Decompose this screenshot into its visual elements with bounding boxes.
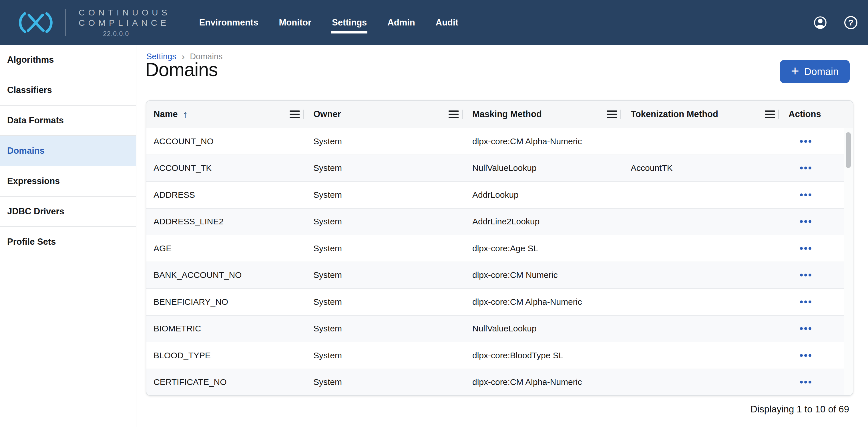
add-domain-button[interactable]: + Domain (780, 60, 850, 83)
row-actions-ellipsis-button[interactable] (797, 351, 814, 360)
nav-item-monitor[interactable]: Monitor (279, 15, 311, 31)
cell-name: CERTIFICATE_NO (146, 369, 304, 396)
cell-actions (779, 262, 844, 288)
column-label: Masking Method (472, 109, 542, 119)
cell-owner: System (304, 155, 463, 181)
cell-owner: System (304, 316, 463, 342)
main-content: Settings › Domains Domains + Domain Name… (136, 45, 868, 427)
help-icon[interactable]: ? (844, 16, 858, 29)
sidebar-item-domains[interactable]: Domains (0, 136, 136, 166)
row-actions-ellipsis-button[interactable] (797, 137, 814, 146)
app-version: 22.0.0.0 (70, 30, 162, 38)
add-domain-button-label: Domain (804, 66, 839, 77)
user-account-icon[interactable] (814, 16, 827, 29)
cell-actions (779, 342, 844, 369)
nav-item-admin[interactable]: Admin (388, 15, 415, 31)
cell-tokenization-method (621, 342, 779, 369)
column-menu-icon[interactable] (290, 111, 300, 118)
sidebar-item-data-formats[interactable]: Data Formats (0, 106, 136, 136)
column-label: Name (154, 109, 178, 119)
cell-name: BIOMETRIC (146, 316, 304, 342)
cell-name: BENEFICIARY_NO (146, 289, 304, 315)
nav-item-environments[interactable]: Environments (199, 15, 258, 31)
cell-owner: System (304, 369, 463, 396)
cell-tokenization-method (621, 209, 779, 235)
table-row: CERTIFICATE_NO System dlpx-core:CM Alpha… (146, 369, 853, 396)
row-actions-ellipsis-button[interactable] (797, 191, 814, 199)
cell-masking-method: dlpx-core:BloodType SL (463, 342, 621, 369)
table-row: ADDRESS System AddrLookup (146, 182, 853, 209)
table-row: BANK_ACCOUNT_NO System dlpx-core:CM Nume… (146, 262, 853, 289)
cell-actions (779, 289, 844, 315)
cell-actions (779, 155, 844, 181)
column-label: Tokenization Method (631, 109, 718, 119)
nav-item-settings[interactable]: Settings (332, 15, 367, 31)
column-menu-icon[interactable] (448, 111, 459, 118)
row-actions-ellipsis-button[interactable] (797, 324, 814, 333)
column-header-masking-method[interactable]: Masking Method (463, 101, 621, 127)
column-header-actions: Actions (779, 101, 844, 127)
app-logo: CONTINUOUS COMPLIANCE 22.0.0.0 (0, 0, 171, 45)
cell-masking-method: dlpx-core:CM Numeric (463, 262, 621, 288)
column-menu-icon[interactable] (765, 111, 775, 118)
cell-masking-method: dlpx-core:CM Alpha-Numeric (463, 369, 621, 396)
plus-icon: + (791, 64, 799, 78)
brand-line1: CONTINUOUS (79, 7, 171, 18)
sidebar-item-profile-sets[interactable]: Profile Sets (0, 227, 136, 257)
cell-masking-method: NullValueLookup (463, 155, 621, 181)
cell-actions (779, 316, 844, 342)
cell-masking-method: dlpx-core:CM Alpha-Numeric (463, 289, 621, 315)
column-header-tokenization-method[interactable]: Tokenization Method (621, 101, 779, 127)
cell-name: ACCOUNT_TK (146, 155, 304, 181)
cell-actions (779, 182, 844, 208)
cell-name: AGE (146, 235, 304, 262)
nav-item-audit[interactable]: Audit (436, 15, 458, 31)
row-actions-ellipsis-button[interactable] (797, 378, 814, 387)
cell-masking-method: AddrLine2Lookup (463, 209, 621, 235)
cell-owner: System (304, 128, 463, 154)
column-header-owner[interactable]: Owner (304, 101, 463, 127)
cell-owner: System (304, 182, 463, 208)
sidebar-item-classifiers[interactable]: Classifiers (0, 75, 136, 106)
table-body: ACCOUNT_NO System dlpx-core:CM Alpha-Num… (146, 128, 853, 395)
cell-tokenization-method (621, 182, 779, 208)
row-actions-ellipsis-button[interactable] (797, 297, 814, 306)
pagination-status: Displaying 1 to 10 of 69 (750, 404, 849, 415)
cell-owner: System (304, 289, 463, 315)
column-header-name[interactable]: Name ↑ (146, 101, 304, 127)
table-row: BLOOD_TYPE System dlpx-core:BloodType SL (146, 342, 853, 369)
table-scrollbar-track[interactable] (844, 128, 853, 395)
cell-actions (779, 235, 844, 262)
sidebar-item-jdbc-drivers[interactable]: JDBC Drivers (0, 197, 136, 227)
question-mark-glyph: ? (844, 16, 858, 29)
row-actions-ellipsis-button[interactable] (797, 244, 814, 253)
cell-masking-method: dlpx-core:Age SL (463, 235, 621, 262)
sidebar-item-expressions[interactable]: Expressions (0, 166, 136, 197)
cell-tokenization-method (621, 128, 779, 154)
table-row: ADDRESS_LINE2 System AddrLine2Lookup (146, 209, 853, 235)
table-scrollbar-thumb[interactable] (846, 132, 851, 168)
sidebar: Algorithms Classifiers Data Formats Doma… (0, 45, 136, 427)
brand-text: CONTINUOUS COMPLIANCE 22.0.0.0 (79, 7, 171, 38)
sidebar-item-algorithms[interactable]: Algorithms (0, 45, 136, 75)
cell-tokenization-method (621, 316, 779, 342)
column-menu-icon[interactable] (607, 111, 617, 118)
cell-tokenization-method (621, 235, 779, 262)
row-actions-ellipsis-button[interactable] (797, 271, 814, 279)
table-row: BIOMETRIC System NullValueLookup (146, 316, 853, 343)
cell-tokenization-method (621, 369, 779, 396)
cell-name: BANK_ACCOUNT_NO (146, 262, 304, 288)
delphix-logo-icon (16, 9, 56, 36)
table-row: ACCOUNT_NO System dlpx-core:CM Alpha-Num… (146, 128, 853, 155)
table-header: Name ↑ Owner Masking Method Tokenization… (146, 101, 853, 128)
cell-tokenization-method (621, 262, 779, 288)
sort-ascending-icon: ↑ (183, 109, 188, 120)
top-navbar: CONTINUOUS COMPLIANCE 22.0.0.0 Environme… (0, 0, 868, 45)
row-actions-ellipsis-button[interactable] (797, 217, 814, 226)
cell-masking-method: AddrLookup (463, 182, 621, 208)
domains-table: Name ↑ Owner Masking Method Tokenization… (146, 100, 854, 396)
table-row: BENEFICIARY_NO System dlpx-core:CM Alpha… (146, 289, 853, 316)
column-label: Actions (788, 109, 821, 119)
page-title: Domains (145, 59, 218, 80)
row-actions-ellipsis-button[interactable] (797, 164, 814, 172)
